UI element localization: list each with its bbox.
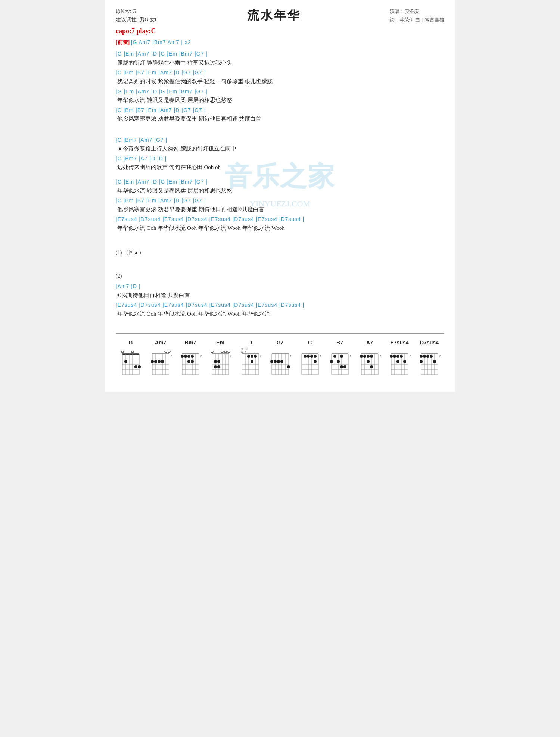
svg-point-149 [340, 365, 343, 368]
chord-open-strings [150, 347, 171, 351]
performer: 演唱：庾澄庆 [390, 7, 444, 16]
svg-point-51 [187, 355, 190, 358]
chord-diagram-G7: G78 [269, 340, 291, 377]
svg-point-35 [168, 351, 170, 353]
header-left: 原Key: G 建议调性: 男G 女C [116, 7, 158, 24]
chord-diagram-D: Dxx8xx [239, 340, 261, 377]
lyric-line: ©我期待他日再相逢 共度白首 [116, 291, 444, 300]
svg-point-109 [274, 360, 277, 363]
prelude-chords: |G Am7 |Bm7 Am7 | x2 [131, 39, 191, 45]
header: 原Key: G 建议调性: 男G 女C 流水年华 演唱：庾澄庆 詞：蒋荣伊 曲：… [116, 7, 444, 24]
section-bridge: (2) |Am7 |D |©我期待他日再相逢 共度白首|E7sus4 |D7su… [116, 273, 444, 318]
svg-text:8: 8 [320, 355, 321, 358]
chord-open-strings [389, 347, 410, 351]
svg-point-184 [396, 355, 399, 358]
chord-grid-svg: 8 [209, 351, 231, 377]
svg-point-130 [314, 360, 317, 363]
svg-text:x: x [241, 351, 243, 353]
chord-name: D [248, 340, 252, 346]
svg-text:8: 8 [171, 355, 172, 358]
svg-text:8: 8 [290, 355, 291, 358]
chord-open-strings [359, 347, 380, 351]
svg-rect-169 [391, 353, 408, 354]
svg-rect-150 [361, 353, 378, 354]
svg-point-34 [165, 351, 167, 353]
svg-point-73 [221, 351, 223, 353]
chord-name: Em [216, 340, 224, 346]
svg-point-163 [360, 355, 363, 358]
chord-name: Bm7 [185, 340, 196, 346]
svg-rect-131 [332, 353, 348, 354]
chord-grid-svg [119, 351, 142, 377]
svg-point-32 [158, 360, 161, 363]
chord-diagram-C: C8 [299, 340, 321, 377]
svg-point-168 [370, 365, 373, 368]
chord-name: A7 [366, 340, 373, 346]
chord-grid-svg: 8 [388, 351, 411, 377]
svg-point-50 [184, 355, 187, 358]
section-verse1: |G |Em |Am7 |D |G |Em |Bm7 |G7 |朦胧的街灯 静静… [116, 50, 444, 123]
svg-rect-188 [421, 353, 438, 354]
lyric-line: 年华似水流 Ooh 年华似水流 Ooh 年华似水流 Wooh 年华似水流 Woo… [116, 224, 444, 232]
svg-point-129 [314, 355, 317, 358]
svg-point-185 [400, 355, 403, 358]
chord-diagram-Bm7: Bm78 [179, 340, 202, 377]
svg-point-91 [254, 355, 257, 358]
lyric-line: ▲今宵微寒路上行人匆匆 朦胧的街灯孤立在雨中 [116, 144, 444, 153]
chord-name: C [308, 340, 312, 346]
svg-rect-55 [212, 353, 229, 354]
svg-point-53 [187, 360, 190, 363]
chord-open-strings [210, 347, 231, 351]
svg-point-165 [367, 355, 370, 358]
chord-open-strings [419, 347, 440, 351]
svg-point-183 [393, 355, 396, 358]
chord-diagram-E7sus4: E7sus48 [388, 340, 411, 377]
svg-text:x: x [245, 351, 246, 353]
lyric-line: 年华似水流 Ooh 年华似水流 Ooh 年华似水流 Wooh 年华似水流 [116, 310, 444, 318]
prelude-label: [前奏] [116, 40, 130, 45]
svg-point-54 [191, 360, 194, 363]
chord-grid-svg: 8 [329, 351, 351, 377]
section-chorus: |C |Bm7 |Am7 |G7 |▲今宵微寒路上行人匆匆 朦胧的街灯孤立在雨中… [116, 137, 444, 172]
svg-point-203 [426, 355, 429, 358]
svg-point-206 [433, 360, 436, 363]
lyric-line: 年华似水流 转眼又是春风柔 层层的相思也悠悠 [116, 96, 444, 104]
chord-grid-svg: 6 [358, 351, 381, 377]
svg-point-182 [390, 355, 393, 358]
chord-line: |C |Bm |B7 |Em |Am7 |D |G7 |G7 | [116, 197, 444, 204]
annotation-line: (1) （回▲） [116, 249, 444, 256]
svg-point-33 [161, 360, 164, 363]
chord-grid-svg: 8 [179, 351, 202, 377]
svg-point-52 [191, 355, 194, 358]
svg-point-12 [124, 360, 127, 363]
chord-diagram-Am7: Am78 [149, 340, 172, 377]
svg-text:8: 8 [200, 355, 202, 358]
svg-point-128 [310, 355, 313, 358]
svg-point-167 [367, 360, 370, 363]
chord-diagram-G: G [119, 340, 142, 377]
chord-open-strings [299, 347, 320, 351]
svg-point-110 [277, 360, 280, 363]
page-container: 音乐之家 YINYUEZJ.COM 原Key: G 建议调性: 男G 女C 流水… [105, 0, 455, 392]
svg-text:8: 8 [230, 355, 231, 358]
prelude-line: [前奏] |G Am7 |Bm7 Am7 | x2 [116, 39, 444, 46]
chord-line: |C |Bm7 |Am7 |G7 | [116, 137, 444, 144]
sections-container: |G |Em |Am7 |D |G |Em |Bm7 |G7 |朦胧的街灯 静静… [116, 50, 444, 318]
chord-grid-svg: 8 [299, 351, 321, 377]
svg-point-112 [287, 365, 290, 368]
chord-name: D7sus4 [420, 340, 439, 346]
svg-point-186 [396, 360, 399, 363]
suggested-key: 建议调性: 男G 女C [116, 16, 158, 24]
svg-point-127 [307, 355, 310, 358]
annotation-line: (2) [116, 273, 444, 279]
svg-point-201 [420, 355, 423, 358]
svg-point-13 [134, 365, 137, 368]
song-title: 流水年华 [158, 7, 389, 24]
svg-point-108 [270, 360, 273, 363]
chord-diagram-D7sus4: D7sus48 [418, 340, 441, 377]
svg-point-89 [247, 355, 250, 358]
chord-line: |E7sus4 |D7sus4 |E7sus4 |D7sus4 |E7sus4 … [116, 216, 444, 223]
svg-point-144 [330, 360, 333, 363]
chord-line: |C |Bm7 |A7 |D |D | [116, 155, 444, 163]
chord-diagram-A7: A76 [358, 340, 381, 377]
